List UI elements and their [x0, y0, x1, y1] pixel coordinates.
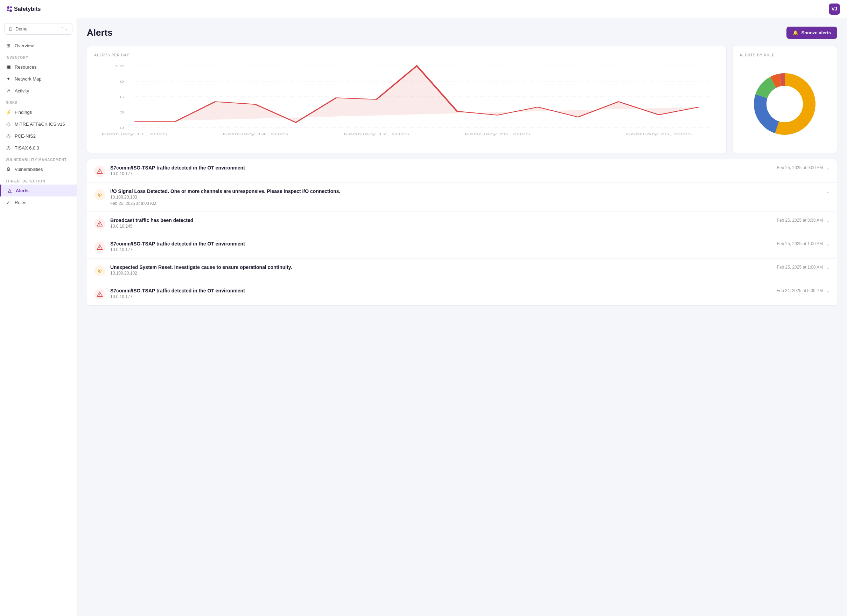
logo-dot-1 [7, 6, 9, 9]
main-content: Alerts 🔔 Snooze alerts ALERTS PER DAY [77, 18, 847, 616]
donut-chart-svg [750, 69, 820, 139]
expand-icon[interactable]: ⌄ [826, 288, 830, 294]
alert-meta: Feb 25, 2025 at 9:00 AM ⌄ [777, 165, 830, 171]
sidebar-item-mitre[interactable]: ◎ MITRE ATT&CK ICS v16 [0, 118, 77, 130]
alert-body: Broadcast traffic has been detected 10.0… [110, 217, 772, 229]
alert-ip: 10.0.10.177 [110, 171, 772, 176]
svg-point-35 [99, 295, 100, 296]
alert-body: S7comm/ISO-TSAP traffic detected in the … [110, 288, 772, 299]
sidebar-item-network-map[interactable]: ✦ Network Map [0, 73, 77, 85]
alert-item[interactable]: I/O Signal Loss Detected. One or more ch… [87, 183, 837, 212]
alert-icon-signal [94, 265, 105, 276]
sidebar: ⊟ Demo ⌃ ⌄ ⊞ Overview INVENTORY ▣ Resour… [0, 18, 77, 616]
alerts-by-rule-label: ALERTS BY RULE [739, 53, 830, 57]
alert-ip: 10.100.20.103 [110, 195, 821, 199]
alert-ip: 10.0.10.177 [110, 294, 772, 299]
sidebar-label-resources: Resources [15, 64, 36, 70]
sidebar-label-findings: Findings [15, 109, 32, 115]
donut-area [739, 62, 830, 146]
sidebar-item-activity[interactable]: ↗ Activity [0, 85, 77, 97]
alert-meta: Feb 25, 2025 at 1:00 AM ⌄ [777, 241, 830, 247]
logo-dot-2 [10, 6, 12, 8]
alert-timestamp: Feb 25, 2025 at 1:00 AM [777, 241, 823, 246]
section-label-threat: THREAT DETECTION [0, 175, 77, 185]
tisax-icon: ◎ [6, 145, 11, 151]
sidebar-item-rules[interactable]: ✓ Rules [0, 196, 77, 208]
findings-icon: ⚡ [6, 109, 11, 115]
svg-point-28 [99, 225, 100, 226]
alert-title: Unexpected System Reset. Investigate cau… [110, 264, 772, 270]
expand-icon[interactable]: ⌄ [826, 264, 830, 270]
expand-icon[interactable]: ⌄ [826, 241, 830, 247]
alert-meta: Feb 25, 2025 at 1:00 AM ⌄ [777, 264, 830, 270]
sidebar-item-vulnerabilities[interactable]: ⚙ Vulnerabilities [0, 163, 77, 175]
alert-title: I/O Signal Loss Detected. One or more ch… [110, 188, 821, 194]
network-map-icon: ✦ [6, 76, 11, 81]
alert-item[interactable]: S7comm/ISO-TSAP traffic detected in the … [87, 160, 837, 183]
signal-icon [97, 267, 103, 274]
sidebar-item-findings[interactable]: ⚡ Findings [0, 106, 77, 118]
snooze-alerts-button[interactable]: 🔔 Snooze alerts [786, 27, 837, 39]
svg-text:February 25, 2025: February 25, 2025 [626, 132, 692, 136]
svg-text:0: 0 [120, 126, 125, 130]
page-title: Alerts [87, 27, 113, 38]
svg-point-31 [99, 270, 100, 272]
resources-icon: ▣ [6, 64, 11, 70]
alert-item[interactable]: S7comm/ISO-TSAP traffic detected in the … [87, 282, 837, 305]
svg-point-21 [766, 86, 803, 122]
snooze-icon: 🔔 [793, 30, 798, 35]
alert-icon-warning [94, 218, 105, 229]
overview-icon: ⊞ [6, 43, 11, 48]
sidebar-label-pce-nis2: PCE-NIS2 [15, 133, 36, 139]
sidebar-item-overview[interactable]: ⊞ Overview [0, 40, 77, 52]
sidebar-item-tisax[interactable]: ◎ TISAX 6.0.3 [0, 142, 77, 154]
svg-point-30 [99, 249, 100, 249]
alerts-icon: △ [7, 188, 12, 193]
logo-area: Safetybits [7, 6, 41, 12]
svg-marker-10 [134, 66, 699, 123]
alert-item[interactable]: Broadcast traffic has been detected 10.0… [87, 212, 837, 235]
expand-icon[interactable]: ⌄ [826, 217, 830, 223]
alert-timestamp: Feb 25, 2025 at 9:00 AM [777, 165, 823, 170]
alert-time-secondary: Feb 25, 2025 at 9:00 AM [110, 201, 821, 206]
expand-icon[interactable]: ⌄ [826, 188, 830, 194]
alert-item[interactable]: Unexpected System Reset. Investigate cau… [87, 259, 837, 282]
sidebar-item-pce-nis2[interactable]: ◎ PCE-NIS2 [0, 130, 77, 142]
workspace-chevron-icon: ⌃ ⌄ [60, 27, 68, 31]
workspace-icon: ⊟ [9, 26, 13, 31]
alerts-per-day-chart: 12 9 6 3 0 February 11, 2025 February 14… [94, 62, 719, 139]
app-name: Safetybits [14, 6, 41, 12]
sidebar-label-overview: Overview [15, 43, 34, 48]
rules-icon: ✓ [6, 199, 11, 205]
alert-body: S7comm/ISO-TSAP traffic detected in the … [110, 241, 772, 252]
section-label-risks: RISKS [0, 97, 77, 106]
logo-dot-3 [7, 9, 9, 11]
svg-text:February 11, 2025: February 11, 2025 [102, 132, 167, 136]
sidebar-label-activity: Activity [15, 88, 29, 93]
mitre-icon: ◎ [6, 121, 11, 127]
alert-icon-warning [94, 242, 105, 253]
expand-icon[interactable]: ⌄ [826, 165, 830, 171]
user-avatar[interactable]: VJ [829, 3, 840, 15]
alert-meta: Feb 24, 2025 at 5:00 PM ⌄ [777, 288, 830, 294]
alert-timestamp: Feb 25, 2025 at 8:38 AM [777, 218, 823, 223]
sidebar-item-alerts[interactable]: △ Alerts [0, 185, 77, 196]
sidebar-label-vulnerabilities: Vulnerabilities [15, 167, 43, 172]
alert-body: S7comm/ISO-TSAP traffic detected in the … [110, 165, 772, 176]
signal-icon [97, 192, 103, 198]
snooze-label: Snooze alerts [801, 30, 831, 35]
sidebar-item-resources[interactable]: ▣ Resources [0, 61, 77, 73]
logo-icon: Safetybits [7, 6, 41, 12]
alert-title: S7comm/ISO-TSAP traffic detected in the … [110, 165, 772, 171]
alerts-by-rule-card: ALERTS BY RULE [732, 46, 837, 154]
section-label-vuln: VULNERABILITY MANAGEMENT [0, 154, 77, 163]
alert-icon-signal [94, 189, 105, 200]
alert-title: Broadcast traffic has been detected [110, 217, 772, 223]
alert-item[interactable]: S7comm/ISO-TSAP traffic detected in the … [87, 235, 837, 259]
workspace-selector[interactable]: ⊟ Demo ⌃ ⌄ [4, 23, 72, 35]
svg-point-24 [99, 194, 100, 195]
pce-nis2-icon: ◎ [6, 133, 11, 139]
workspace-left: ⊟ Demo [9, 26, 28, 31]
alert-ip: 10.100.20.102 [110, 271, 772, 276]
vulnerabilities-icon: ⚙ [6, 166, 11, 172]
